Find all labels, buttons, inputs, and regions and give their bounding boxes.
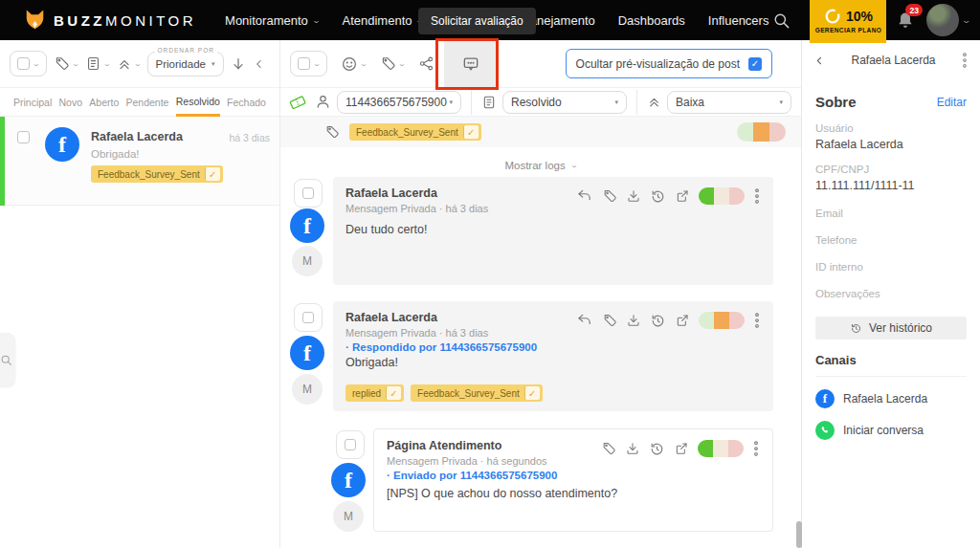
priority-filter-dropdown[interactable]: ⌄ — [117, 56, 141, 72]
reply-icon[interactable] — [576, 312, 593, 329]
checkbox-icon — [345, 439, 356, 450]
ticket-icon — [288, 93, 307, 112]
select-all-dropdown[interactable]: ⌄ — [10, 51, 47, 77]
message-card: f M Rafaela Lacerda Mensagem Privada · h… — [280, 301, 802, 411]
checkbox-icon — [298, 57, 310, 70]
kebab-menu-icon[interactable] — [752, 439, 760, 458]
brand-name: BUZZMONITOR — [54, 12, 196, 29]
ticket-tag-chip[interactable]: Feedback_Survey_Sent ✓ — [349, 123, 481, 141]
message-tag-chip[interactable]: Feedback_Survey_Sent✓ — [411, 384, 543, 402]
check-icon: ✓ — [205, 167, 220, 181]
hide-post-preview-toggle[interactable]: Ocultar pré-visualização de post ✓ — [566, 49, 772, 78]
tag-icon[interactable] — [601, 441, 616, 456]
message-card: f M Rafaela Lacerda Mensagem Privada · h… — [280, 177, 802, 285]
chevron-down-icon: ⌄ — [102, 60, 111, 68]
view-history-button[interactable]: Ver histórico — [815, 317, 967, 340]
chevron-down-icon[interactable]: ⌄ — [962, 15, 972, 25]
search-drawer-handle[interactable] — [0, 333, 15, 386]
tag-dropdown[interactable]: ⌄ — [380, 55, 405, 72]
tag-filter-dropdown[interactable]: ⌄ — [54, 55, 78, 72]
navbar-right: 10% GERENCIAR PLANO 23 ⌄ — [772, 0, 980, 40]
sent-by-link[interactable]: · Enviado por 1144366575675900 — [387, 470, 760, 481]
search-icon[interactable] — [772, 11, 791, 30]
kebab-menu-icon[interactable] — [753, 186, 761, 206]
message-sentiment-bar[interactable] — [699, 312, 745, 329]
share-button[interactable] — [418, 55, 434, 72]
message-tag-chip[interactable]: replied✓ — [345, 384, 404, 402]
select-all-messages-dropdown[interactable]: ⌄ — [290, 51, 327, 77]
download-icon[interactable] — [625, 441, 640, 456]
plan-usage-badge[interactable]: 10% GERENCIAR PLANO — [810, 0, 886, 43]
facebook-avatar-icon: f — [290, 336, 324, 370]
channel-facebook[interactable]: f Rafaela Lacerda — [815, 389, 967, 408]
tab-aberto[interactable]: Aberto — [89, 89, 119, 115]
external-link-icon[interactable] — [675, 313, 690, 328]
reply-icon[interactable] — [576, 187, 593, 205]
history-icon[interactable] — [650, 313, 666, 329]
facebook-avatar-icon: f — [45, 127, 79, 162]
message-checkbox[interactable] — [294, 179, 323, 208]
message-checkbox[interactable] — [336, 430, 365, 459]
tab-novo[interactable]: Novo — [59, 89, 83, 115]
kebab-menu-icon[interactable] — [753, 311, 761, 330]
message-meta: Mensagem Privada · há 3 dias — [345, 203, 488, 214]
chevron-down-icon: ⌄ — [311, 16, 320, 25]
tab-pendente[interactable]: Pendente — [125, 89, 168, 115]
field-label-email: Email — [815, 208, 967, 219]
show-logs-toggle[interactable]: Mostrar logs ⌄ — [280, 153, 801, 178]
status-tabs: Principal Novo Aberto Pendente Resolvido… — [0, 88, 279, 117]
channel-whatsapp[interactable]: Iniciar conversa — [815, 421, 967, 440]
history-icon[interactable] — [649, 441, 665, 457]
user-id-select[interactable]: 1144366575675900 ▾ — [337, 91, 461, 114]
sort-by-select[interactable]: ORDENAR POR Prioridade ▾ — [147, 52, 224, 77]
external-link-icon[interactable] — [674, 441, 689, 456]
back-button[interactable] — [813, 55, 826, 67]
tag-icon[interactable] — [602, 188, 617, 204]
whatsapp-icon — [815, 421, 835, 440]
about-heading: Sobre — [815, 94, 857, 110]
message-checkbox[interactable] — [294, 303, 323, 332]
ticket-sentiment-bar[interactable] — [737, 122, 786, 142]
history-icon[interactable] — [650, 188, 666, 205]
agent-avatar: M — [333, 501, 364, 532]
collapse-panel-button[interactable] — [253, 57, 266, 71]
brand[interactable]: BUZZMONITOR — [25, 9, 196, 32]
nav-item-influencers[interactable]: Influencers — [708, 13, 769, 28]
edit-button[interactable]: Editar — [937, 96, 967, 109]
ticket-checkbox[interactable] — [17, 131, 30, 143]
chevron-down-icon: ⌄ — [359, 60, 368, 68]
sidebar-title: Rafaela Lacerda — [826, 54, 961, 67]
priority-select[interactable]: Baixa ▾ — [667, 91, 791, 114]
tab-resolvido[interactable]: Resolvido — [176, 88, 220, 117]
annotation-highlight-box — [435, 38, 499, 90]
sidebar-header: Rafaela Lacerda — [802, 40, 980, 80]
external-link-icon[interactable] — [675, 188, 690, 204]
facebook-avatar-icon: f — [331, 463, 366, 497]
tab-principal[interactable]: Principal — [13, 89, 52, 115]
download-icon[interactable] — [626, 188, 641, 204]
message-sentiment-bar[interactable] — [698, 440, 744, 457]
sentiment-dropdown[interactable]: ⌄ — [341, 55, 367, 73]
message-text: [NPS] O que achou do nosso atendimento? — [387, 487, 760, 500]
ticket-tags-row: Feedback_Survey_Sent ✓ — [280, 117, 801, 147]
user-avatar[interactable] — [926, 4, 959, 36]
ticket-tag-chip[interactable]: Feedback_Survey_Sent ✓ — [91, 165, 223, 183]
notifications-bell[interactable]: 23 — [896, 10, 915, 31]
nav-item-monitoramento[interactable]: Monitoramento⌄ — [225, 13, 319, 28]
message-meta: Mensagem Privada · há 3 dias — [345, 327, 488, 339]
status-select[interactable]: Resolvido ▾ — [502, 91, 627, 114]
nav-item-atendimento[interactable]: Atendimento⌄ — [342, 13, 423, 28]
message-sentiment-bar[interactable] — [699, 187, 745, 205]
nav-item-dashboards[interactable]: Dashboards — [618, 13, 685, 28]
tab-fechado[interactable]: Fechado — [227, 89, 266, 115]
notes-filter-dropdown[interactable]: ⌄ — [85, 55, 110, 72]
kebab-menu-icon[interactable] — [961, 51, 969, 70]
sort-direction-button[interactable] — [231, 56, 246, 72]
ticket-list-item[interactable]: f Rafaela Lacerda há 3 dias Obrigada! Fe… — [0, 117, 279, 206]
tag-icon[interactable] — [602, 313, 617, 328]
ticket-preview: Obrigada! — [91, 148, 140, 160]
download-icon[interactable] — [626, 313, 641, 328]
message-body: Rafaela Lacerda Mensagem Privada · há 3 … — [333, 301, 773, 411]
replied-by-link[interactable]: · Respondido por 1144366575675900 — [345, 341, 761, 353]
selected-indicator-bar — [0, 117, 5, 206]
